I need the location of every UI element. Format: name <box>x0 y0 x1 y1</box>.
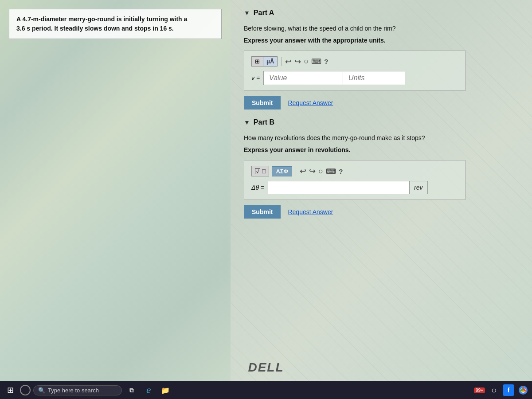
part-b-format-group[interactable]: √ □ <box>251 166 269 176</box>
dell-logo: DELL <box>248 360 284 375</box>
part-b-undo-icon[interactable]: ↩ <box>300 166 306 176</box>
part-a-request-link[interactable]: Request Answer <box>288 99 333 106</box>
search-icon: 🔍 <box>38 387 45 394</box>
part-b-submit-button[interactable]: Submit <box>244 205 281 219</box>
part-b-sqrt-btn[interactable]: √ □ <box>252 166 269 176</box>
problem-text-line2: 3.6 s period. It steadily slows down and… <box>16 25 174 32</box>
part-b-greek-btn[interactable]: ΑΣΦ <box>272 166 292 176</box>
part-b-title: Part B <box>254 118 274 126</box>
part-b-input-row: Δθ = rev <box>251 181 458 194</box>
task-view-btn[interactable]: ⧉ <box>125 383 139 397</box>
file-manager-icon[interactable]: 📁 <box>158 383 172 397</box>
notification-badge[interactable]: 99+ <box>474 387 485 393</box>
part-a-redo-icon[interactable]: ↪ <box>294 57 301 66</box>
part-b-toolbar: √ □ ΑΣΦ ↩ ↪ ○ ⌨ ? <box>251 166 458 176</box>
part-b-question-line2: Express your answer in revolutions. <box>244 145 519 155</box>
part-b-question-line1: How many revolutions does the merry-go-r… <box>244 133 519 143</box>
chrome-icon[interactable] <box>518 385 528 395</box>
part-a-undo-icon[interactable]: ↩ <box>285 57 292 66</box>
part-b-unit-label: rev <box>410 181 427 194</box>
part-a-format-group[interactable]: ⊞ μÅ <box>251 56 278 66</box>
facebook-icon[interactable]: f <box>503 384 514 396</box>
part-b-refresh-icon[interactable]: ○ <box>318 167 323 176</box>
start-button[interactable]: ⊞ <box>4 383 17 397</box>
part-a-keyboard-icon[interactable]: ⌨ <box>311 57 321 66</box>
part-a-value-input[interactable] <box>263 71 343 85</box>
part-a-units-input[interactable] <box>343 71 405 85</box>
part-a-submit-row: Submit Request Answer <box>244 96 519 110</box>
part-b-redo-icon[interactable]: ↪ <box>309 166 316 176</box>
part-b-collapse-arrow[interactable]: ▼ <box>244 119 250 126</box>
part-a-question-line1: Before slowing, what is the speed of a c… <box>244 24 519 33</box>
part-b-request-link[interactable]: Request Answer <box>288 208 333 215</box>
part-a-title: Part A <box>254 9 274 17</box>
problem-statement: A 4.7-m-diameter merry-go-round is initi… <box>9 9 222 39</box>
part-a-header: ▼ Part A <box>244 9 519 17</box>
part-a-toolbar: ⊞ μÅ ↩ ↪ ○ ⌨ ? <box>251 56 458 66</box>
part-a-mu-btn[interactable]: μÅ <box>263 57 277 66</box>
part-b-submit-row: Submit Request Answer <box>244 205 519 219</box>
part-b-keyboard-icon[interactable]: ⌨ <box>326 167 336 176</box>
cortana-circle[interactable] <box>20 385 31 395</box>
part-a-help-icon[interactable]: ? <box>324 58 328 65</box>
system-tray: 99+ ○ f <box>474 384 528 396</box>
toolbar-sep-b1 <box>296 167 296 176</box>
part-a-answer-box: ⊞ μÅ ↩ ↪ ○ ⌨ ? v = <box>244 51 466 91</box>
part-b-section: ▼ Part B How many revolutions does the m… <box>244 118 519 219</box>
part-b-header: ▼ Part B <box>244 118 519 126</box>
part-a-refresh-icon[interactable]: ○ <box>304 57 309 66</box>
edge-icon[interactable]: ℯ <box>141 383 156 397</box>
part-b-input-label: Δθ = <box>251 184 264 191</box>
search-bar[interactable]: 🔍 Type here to search <box>33 385 122 395</box>
part-a-input-row: v = <box>251 71 458 85</box>
left-panel: A 4.7-m-diameter merry-go-round is initi… <box>0 0 231 381</box>
part-a-submit-button[interactable]: Submit <box>244 96 281 110</box>
taskbar: ⊞ 🔍 Type here to search ⧉ ℯ 📁 99+ ○ f <box>0 381 532 399</box>
part-a-input-label: v = <box>251 74 260 82</box>
search-placeholder: Type here to search <box>48 387 99 394</box>
problem-text-line1: A 4.7-m-diameter merry-go-round is initi… <box>16 16 187 23</box>
toolbar-sep-1 <box>281 57 282 66</box>
part-a-grid-btn[interactable]: ⊞ <box>252 57 263 66</box>
part-a-question-line2: Express your answer with the appropriate… <box>244 36 519 45</box>
part-b-answer-box: √ □ ΑΣΦ ↩ ↪ ○ ⌨ ? <box>244 160 466 200</box>
right-panel: ▼ Part A Before slowing, what is the spe… <box>231 0 532 381</box>
part-b-value-input[interactable] <box>268 181 410 194</box>
part-b-help-icon[interactable]: ? <box>339 168 343 175</box>
part-a-collapse-arrow[interactable]: ▼ <box>244 9 250 16</box>
windows-o-icon[interactable]: ○ <box>489 385 499 395</box>
